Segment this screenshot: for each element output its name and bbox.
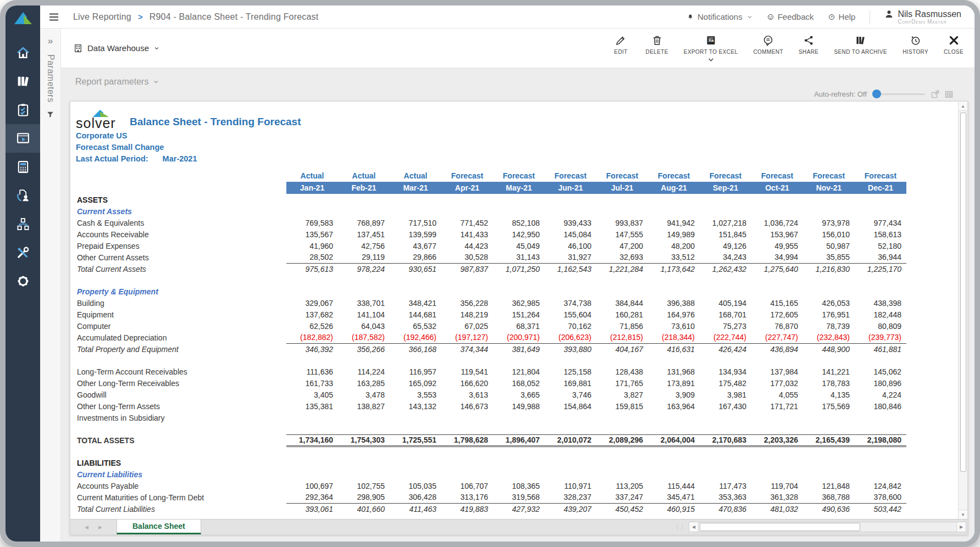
sidebar-item-report-archive[interactable] — [5, 67, 40, 96]
cell-value — [441, 468, 493, 480]
vertical-scrollbar[interactable]: ▲ ▼ — [958, 102, 967, 519]
cell-value: 426,424 — [700, 343, 751, 355]
open-external-icon[interactable] — [931, 90, 940, 99]
edit-button[interactable]: EDIT — [612, 35, 630, 55]
next-sheet-arrow[interactable]: ▶ — [98, 524, 102, 530]
slider-knob[interactable] — [872, 90, 881, 98]
previous-sheet-arrow[interactable]: ◀ — [85, 524, 88, 530]
cell-value: 1,275,640 — [751, 263, 803, 275]
sidebar-item-settings[interactable] — [5, 267, 40, 295]
cell-value — [390, 412, 441, 423]
comment-button[interactable]: COMMENT — [754, 35, 783, 55]
feedback-button[interactable]: Feedback — [767, 12, 814, 21]
send-to-archive-button[interactable]: SEND TO ARCHIVE — [834, 35, 887, 55]
table-row: Other Long-Term Assets135,381138,827143,… — [76, 400, 906, 412]
table-row: Long-Term Account Receivables111,636114,… — [76, 366, 906, 377]
cell-value: (200,971) — [493, 332, 545, 343]
cell-value: 43,677 — [390, 240, 441, 252]
scroll-down-arrow[interactable]: ▼ — [959, 510, 967, 519]
cell-value: 111,636 — [286, 366, 338, 377]
filter-funnel-icon[interactable] — [46, 110, 54, 119]
cell-value — [700, 194, 751, 205]
sidebar-item-workflows[interactable] — [5, 210, 40, 238]
cell-value: 35,855 — [803, 252, 855, 263]
cell-value: 141,221 — [803, 366, 855, 377]
column-month-header: Nov-21 — [803, 182, 855, 194]
cell-value — [700, 468, 751, 480]
cell-value: 3,665 — [493, 389, 545, 400]
cell-value: 175,569 — [803, 400, 855, 412]
grid-view-icon[interactable] — [944, 90, 954, 99]
data-source-selector[interactable]: Data Warehouse — [73, 43, 160, 53]
expand-parameters-button[interactable]: » — [48, 36, 53, 46]
share-button[interactable]: SHARE — [799, 35, 818, 55]
hamburger-menu-button[interactable] — [47, 10, 61, 24]
cell-value: 977,434 — [855, 217, 906, 228]
table-row — [76, 355, 906, 366]
tab-balance-sheet[interactable]: Balance Sheet — [117, 520, 201, 534]
horizontal-scroll-thumb[interactable] — [700, 523, 860, 531]
cell-value: 1,216,830 — [803, 263, 855, 275]
breadcrumb-section[interactable]: Live Reporting — [73, 12, 131, 22]
help-button[interactable]: ? Help — [828, 12, 856, 21]
sidebar-item-live-reporting[interactable] — [5, 124, 40, 153]
cell-value: 105,035 — [390, 480, 441, 492]
cell-value: 939,433 — [545, 217, 596, 228]
cell-value — [648, 412, 700, 423]
cell-value: 460,915 — [648, 503, 700, 515]
workflow-nodes-icon — [15, 216, 31, 232]
vertical-scroll-thumb[interactable] — [960, 113, 966, 472]
report-parameters-toggle[interactable]: Report parameters — [70, 68, 968, 87]
cell-value: 4,135 — [803, 389, 855, 400]
cell-value: 36,944 — [855, 252, 906, 263]
data-warehouse-icon — [73, 43, 83, 53]
sidebar-item-data-entry[interactable] — [5, 181, 40, 210]
table-row: Current Assets — [76, 205, 906, 217]
auto-refresh-slider[interactable] — [872, 90, 925, 98]
cell-value: 31,927 — [545, 252, 596, 263]
cell-value: 768,897 — [338, 217, 390, 228]
user-menu[interactable]: Nils Rasmussen CorpDemo Master — [884, 9, 961, 25]
cell-value: 401,660 — [338, 503, 390, 515]
solver-wordmark: solver — [76, 118, 120, 129]
sidebar-item-administration[interactable] — [5, 238, 40, 267]
table-row: Equipment137,682141,104144,681148,219151… — [76, 309, 906, 320]
close-button[interactable]: CLOSE — [944, 35, 964, 55]
scrollbar-resize-handle[interactable]: ⋮⋮ — [674, 520, 689, 534]
cell-value: 41,960 — [286, 240, 338, 252]
scroll-left-arrow[interactable]: ◀ — [689, 522, 699, 532]
table-row: ASSETS — [76, 194, 906, 205]
scroll-right-arrow[interactable]: ▶ — [956, 522, 966, 532]
cell-value: 144,681 — [390, 309, 441, 320]
cell-value: 1,162,543 — [545, 263, 596, 275]
column-month-header: Sep-21 — [700, 182, 751, 194]
report-canvas: solver Balance Sheet - Trending Forecast… — [70, 102, 958, 519]
cell-value: 4,055 — [751, 389, 803, 400]
delete-button[interactable]: EXPORT TO EXCEL DELETE — [646, 35, 668, 55]
cell-value: 34,243 — [700, 252, 751, 263]
export-to-excel-button[interactable]: Xa EXPORT TO EXCEL — [684, 35, 738, 62]
cell-value: 356,228 — [441, 297, 493, 309]
cell-value — [338, 194, 390, 205]
live-report-icon — [15, 131, 31, 146]
row-label: Cash & Equivalents — [76, 217, 286, 228]
history-button[interactable]: HISTORY — [903, 35, 928, 55]
notifications-button[interactable]: Notifications — [687, 12, 753, 21]
sidebar-item-home[interactable] — [5, 38, 40, 67]
row-label: ASSETS — [76, 194, 286, 205]
report-title: Balance Sheet - Trending Forecast — [130, 116, 301, 129]
scroll-up-arrow[interactable]: ▲ — [959, 102, 967, 111]
cell-value: 329,067 — [286, 297, 338, 309]
table-row: Cash & Equivalents769,583768,897717,5107… — [76, 217, 906, 228]
cell-value — [648, 205, 700, 217]
row-label: Total Current Assets — [76, 263, 286, 275]
cell-value: 176,951 — [803, 309, 855, 320]
cell-value: (212,815) — [596, 332, 648, 343]
sidebar-item-budgeting[interactable] — [5, 153, 40, 181]
sidebar-item-assignments[interactable] — [5, 96, 40, 124]
cell-value: 852,108 — [493, 217, 545, 228]
cell-value: 384,844 — [596, 297, 648, 309]
horizontal-scrollbar[interactable]: ◀ ▶ — [689, 522, 966, 532]
column-month-header: Jul-21 — [596, 182, 648, 194]
cell-value: 4,224 — [855, 389, 906, 400]
